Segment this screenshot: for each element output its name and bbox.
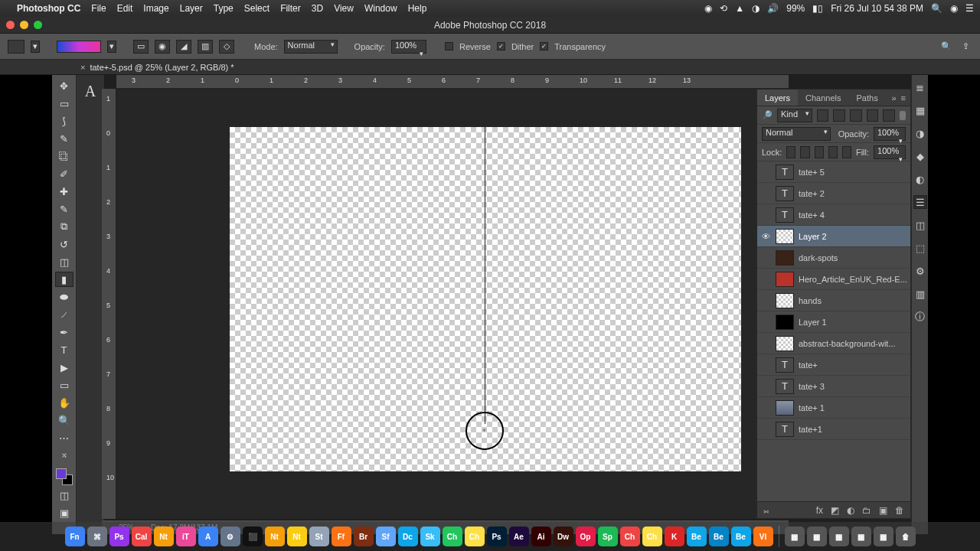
lock-pixels-icon[interactable]	[800, 146, 809, 158]
quick-select-tool[interactable]: ✎	[55, 131, 74, 146]
paths-panel-icon[interactable]: ⬚	[914, 242, 926, 254]
layer-row[interactable]: tate+ 1	[757, 397, 910, 419]
layer-name[interactable]: abstract-background-wit...	[799, 339, 907, 348]
filter-toggle[interactable]	[900, 111, 906, 120]
adjustments-panel-icon[interactable]: ◐	[914, 173, 926, 185]
layer-name[interactable]: tate+	[799, 360, 907, 370]
type-tool[interactable]: T	[55, 342, 74, 357]
blend-mode-select[interactable]: Normal	[284, 40, 338, 54]
dock-app-icon[interactable]: Ae	[509, 527, 529, 546]
canvas-viewport[interactable]: ⁺	[116, 89, 789, 519]
shape-tool[interactable]: ▭	[55, 377, 74, 393]
dock-extra-icon[interactable]: 🗑	[896, 527, 916, 546]
status-cc-icon[interactable]: ⟲	[720, 3, 727, 14]
menu-layer[interactable]: Layer	[180, 3, 203, 14]
dock-app-icon[interactable]: Ch	[642, 527, 662, 546]
layer-thumb[interactable]	[776, 336, 794, 351]
document-tab[interactable]: × tate+-5.psd @ 25% (Layer 2, RGB/8) *	[80, 63, 234, 72]
layer-row[interactable]: 👁Layer 2	[757, 226, 910, 247]
layer-thumb[interactable]: T	[776, 379, 794, 394]
filter-pixel-icon[interactable]	[817, 109, 829, 122]
layer-row[interactable]: dark-spots	[757, 247, 910, 269]
dock-app-icon[interactable]: Dc	[398, 527, 418, 546]
lasso-tool[interactable]: ⟆	[55, 113, 74, 129]
siri-icon[interactable]: ◉	[950, 3, 958, 14]
layer-name[interactable]: Layer 1	[799, 318, 907, 327]
status-record-icon[interactable]: ◉	[704, 3, 712, 14]
layer-row[interactable]: Ttate+1	[757, 419, 910, 440]
properties-panel-icon[interactable]: ▥	[914, 288, 926, 300]
layer-row[interactable]: Hero_Article_EnUK_Red-E...	[757, 269, 910, 290]
dock-app-icon[interactable]: Nt	[287, 527, 307, 546]
dock-app-icon[interactable]: Be	[709, 527, 729, 546]
menu-help[interactable]: Help	[408, 3, 427, 14]
layer-row[interactable]: Ttate+ 4	[757, 204, 910, 226]
pen-tool[interactable]: ✒	[55, 324, 74, 340]
move-tool[interactable]: ✥	[55, 78, 74, 93]
dock-app-icon[interactable]: Ai	[531, 527, 551, 546]
dock-app-icon[interactable]: Ps	[487, 527, 507, 546]
dock-app-icon[interactable]: Sf	[376, 527, 396, 546]
window-zoom-button[interactable]	[34, 21, 42, 29]
transparency-checkbox[interactable]	[540, 42, 548, 51]
tab-channels[interactable]: Channels	[798, 90, 848, 106]
swap-colors-icon[interactable]: ⤭	[55, 448, 74, 463]
menu-select[interactable]: Select	[244, 3, 270, 14]
adjustment-icon[interactable]: ◐	[847, 505, 854, 516]
fx-icon[interactable]: fx	[816, 505, 823, 516]
status-volume-icon[interactable]: 🔊	[767, 3, 779, 14]
character-panel-icon[interactable]: A	[85, 80, 96, 103]
status-battery-icon[interactable]: ▮▯	[812, 3, 823, 14]
filter-shape-icon[interactable]	[867, 109, 879, 122]
group-icon[interactable]: 🗀	[862, 505, 871, 516]
spotlight-icon[interactable]: 🔍	[931, 3, 942, 14]
blur-tool[interactable]: ⬬	[55, 289, 74, 305]
layers-panel-icon[interactable]: ☰	[914, 196, 926, 208]
layer-thumb[interactable]	[776, 293, 794, 308]
lock-position-icon[interactable]	[815, 146, 824, 158]
eraser-tool[interactable]: ◫	[55, 254, 74, 269]
layer-thumb[interactable]: T	[776, 207, 794, 223]
lock-artboard-icon[interactable]	[828, 146, 838, 158]
filter-kind-select[interactable]: Kind	[777, 109, 812, 122]
ruler-horizontal[interactable]: 321012345678910111213	[116, 75, 789, 89]
color-swatches[interactable]	[56, 468, 73, 485]
layer-name[interactable]: tate+ 2	[799, 189, 907, 198]
brush-tool[interactable]: ✎	[55, 201, 74, 217]
menu-filter[interactable]: Filter	[280, 3, 301, 14]
tool-preset-dropdown[interactable]: ▾	[31, 41, 40, 53]
dock-app-icon[interactable]: Ch	[620, 527, 640, 546]
menu-image[interactable]: Image	[143, 3, 168, 14]
collapse-panel-icon[interactable]: »	[891, 93, 896, 103]
layer-thumb[interactable]	[776, 250, 794, 266]
notification-center-icon[interactable]: ☰	[965, 3, 974, 14]
channels-panel-icon[interactable]: ◫	[914, 219, 926, 231]
dock-extra-icon[interactable]: ▦	[874, 527, 893, 546]
dock-app-icon[interactable]: Fn	[65, 527, 85, 546]
dock-app-icon[interactable]: A	[198, 527, 218, 546]
window-minimize-button[interactable]	[20, 21, 28, 29]
dock-app-icon[interactable]: ⬛	[243, 527, 263, 546]
eyedropper-tool[interactable]: ✐	[55, 166, 74, 181]
dock-app-icon[interactable]: iT	[176, 527, 196, 546]
layer-row[interactable]: Ttate+ 3	[757, 376, 910, 397]
dock-app-icon[interactable]: Ch	[465, 527, 485, 546]
gradient-linear-button[interactable]: ▭	[133, 40, 149, 54]
dock-extra-icon[interactable]: ▦	[851, 527, 871, 546]
layer-name[interactable]: tate+ 4	[799, 210, 907, 220]
history-brush-tool[interactable]: ↺	[55, 236, 74, 252]
layers-list[interactable]: Ttate+ 5Ttate+ 2Ttate+ 4👁Layer 2dark-spo…	[757, 161, 910, 501]
layer-row[interactable]: Ttate+	[757, 354, 910, 376]
foreground-color-swatch[interactable]	[56, 468, 67, 479]
layer-thumb[interactable]	[776, 229, 794, 244]
gradient-reflected-button[interactable]: ▥	[198, 40, 213, 54]
visibility-toggle[interactable]: 👁	[760, 232, 771, 241]
dock-app-icon[interactable]: K	[665, 527, 684, 546]
layer-thumb[interactable]: T	[776, 165, 794, 180]
search-icon[interactable]: 🔍	[941, 41, 952, 51]
dock-app-icon[interactable]: Op	[576, 527, 596, 546]
close-tab-icon[interactable]: ×	[80, 63, 85, 72]
dock-extra-icon[interactable]: ▦	[785, 527, 805, 546]
layer-name[interactable]: tate+ 5	[799, 168, 907, 177]
layer-thumb[interactable]: T	[776, 186, 794, 201]
